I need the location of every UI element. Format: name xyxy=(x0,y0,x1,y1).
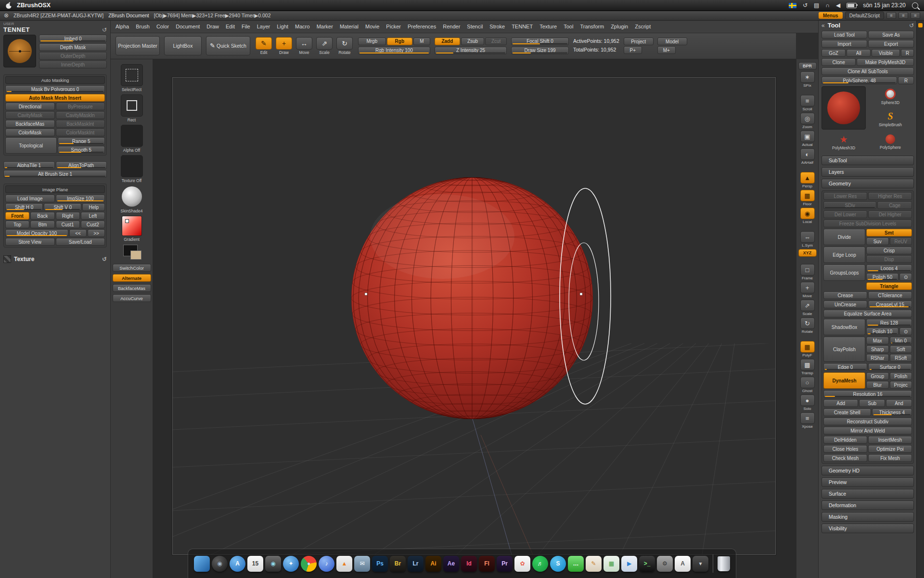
spotlight-search-icon[interactable] xyxy=(912,2,918,9)
range-5-slider[interactable]: Range 5 xyxy=(58,137,105,145)
max-button[interactable]: Max xyxy=(866,337,888,344)
menu-edit[interactable]: Edit xyxy=(223,23,238,30)
soft-button[interactable]: Soft xyxy=(890,345,912,353)
dock-chrome-icon[interactable]: ● xyxy=(301,556,317,572)
menu-zscript[interactable]: Zscript xyxy=(632,23,654,30)
smt-button[interactable]: Smt xyxy=(866,229,912,236)
mrgb-button[interactable]: Mrgb xyxy=(358,38,386,45)
shift-h-0-slider[interactable]: Shift H 0 xyxy=(5,203,43,211)
ui-config-slider-icon[interactable]: ≡ xyxy=(898,12,908,19)
model-button[interactable]: Model xyxy=(657,38,687,45)
mirror-and-weld-button[interactable]: Mirror And Weld xyxy=(823,427,912,434)
tool-r-button[interactable]: R xyxy=(901,49,914,57)
depth-mask-button[interactable]: Depth Mask xyxy=(39,43,107,51)
menu-document[interactable]: Document xyxy=(173,23,203,30)
ctolerance-button[interactable]: CTolerance xyxy=(868,291,912,299)
optimize-poi-button[interactable]: Optimize Poi xyxy=(868,445,912,453)
dock-safari-icon[interactable]: ✦ xyxy=(283,556,299,572)
time-machine-icon[interactable]: ↺ xyxy=(803,2,808,8)
tool-slot-polysphere[interactable]: PolySphere xyxy=(867,131,914,154)
back-button[interactable]: Back xyxy=(30,212,54,220)
check-mesh-button[interactable]: Check Mesh xyxy=(823,454,867,462)
equalize-surface-area-button[interactable]: Equalize Surface Area xyxy=(823,310,912,317)
model-plus-button[interactable]: M+ xyxy=(657,46,676,54)
active-app-name[interactable]: ZBrushOSX xyxy=(17,2,51,9)
accucurve-button[interactable]: AccuCurve xyxy=(113,294,151,302)
tool-palette-refresh-icon[interactable]: ↺ xyxy=(909,22,914,29)
color-picker-item[interactable]: Gradient xyxy=(122,216,142,242)
polyframe-button[interactable]: ▦PolyF xyxy=(797,341,818,357)
shadowbox-button[interactable]: ShadowBox xyxy=(823,319,865,335)
create-shell-button[interactable]: Create Shell xyxy=(823,408,871,416)
menu-texture[interactable]: Texture xyxy=(537,23,560,30)
dock-photos-icon[interactable]: ✿ xyxy=(514,556,530,572)
save-load-button[interactable]: Save/Load xyxy=(56,238,105,246)
model-opacity-100-slider[interactable]: Model Opacity 100 xyxy=(5,229,68,237)
import-button[interactable]: Import xyxy=(821,40,867,48)
section-surface[interactable]: Surface xyxy=(821,489,914,499)
image-plane-header[interactable]: Image Plane xyxy=(5,185,105,193)
blur-button[interactable]: Blur xyxy=(866,381,888,389)
menus-toggle-button[interactable]: Menus xyxy=(819,12,843,19)
dock-terminal-icon[interactable]: >_ xyxy=(639,556,655,572)
dock-bridge-icon[interactable]: Br xyxy=(390,556,406,572)
menu-material[interactable]: Material xyxy=(337,23,361,30)
loops-4-slider[interactable]: Loops 4 xyxy=(866,264,912,272)
section-subtool[interactable]: SubTool xyxy=(821,156,914,165)
rgb-button[interactable]: Rgb xyxy=(387,38,412,45)
lightbox-button[interactable]: LightBox xyxy=(164,36,202,55)
menu-zplugin[interactable]: Zplugin xyxy=(608,23,631,30)
claypolish-button[interactable]: ClayPolish xyxy=(823,337,865,362)
load-tool-button[interactable]: Load Tool xyxy=(821,31,867,39)
backfacemas-button[interactable]: BackfaceMas xyxy=(113,284,151,292)
frame-button[interactable]: □Frame xyxy=(797,264,818,280)
help-button[interactable]: Help xyxy=(82,203,105,211)
quick-sketch-button[interactable]: ✎Quick Sketch xyxy=(206,36,250,55)
switchcolor-button[interactable]: SwitchColor xyxy=(113,264,151,272)
directional-button[interactable]: Directional xyxy=(5,103,55,110)
dock-lightroom-icon[interactable]: Lr xyxy=(408,556,424,572)
dock-textedit-icon[interactable]: A xyxy=(675,556,691,572)
polish-loops-mode-toggle[interactable]: ⊙ xyxy=(899,273,912,281)
store-view-button[interactable]: Store View xyxy=(5,238,55,246)
dock-trash-icon[interactable] xyxy=(718,556,730,571)
edit-mode-button[interactable]: ✎Edit xyxy=(255,37,273,55)
local-symmetry-button[interactable]: ⇔L.Sym xyxy=(797,231,818,248)
rshar-button[interactable]: RShar xyxy=(866,354,888,362)
rotate-mode-button[interactable]: ↻Rotate xyxy=(335,37,354,55)
dock-photo-booth-icon[interactable]: ◉ xyxy=(265,556,281,572)
topological-button[interactable]: Topological xyxy=(5,137,57,154)
right-panel-scrollbar[interactable] xyxy=(916,20,924,578)
menu-alpha[interactable]: Alpha xyxy=(113,23,132,30)
m-button[interactable]: M xyxy=(413,38,430,45)
all-button[interactable]: All xyxy=(847,49,871,57)
polish-button[interactable]: Polish xyxy=(890,372,912,380)
dock-flash-icon[interactable]: Fl xyxy=(479,556,495,572)
palette-dock-arrow-icon[interactable]: « xyxy=(821,22,825,29)
edge-0-slider[interactable]: Edge 0 xyxy=(823,363,867,371)
menu-light[interactable]: Light xyxy=(274,23,291,30)
perspective-button[interactable]: ▲Persp xyxy=(797,172,818,188)
palette-refresh-icon[interactable]: ↺ xyxy=(102,26,107,33)
document-canvas[interactable] xyxy=(172,77,776,555)
and-button[interactable]: And xyxy=(886,399,912,407)
menu-macro[interactable]: Macro xyxy=(292,23,313,30)
btm-button[interactable]: Btm xyxy=(30,221,54,228)
min-0-slider[interactable]: Min 0 xyxy=(890,337,912,344)
dock-spotify-icon[interactable]: ♬ xyxy=(532,556,548,572)
colormask-button[interactable]: ColorMask xyxy=(5,129,55,136)
move-gizmo-button[interactable]: +Move xyxy=(797,282,818,298)
goz-button[interactable]: GoZ xyxy=(821,49,846,57)
apple-menu-icon[interactable] xyxy=(6,2,12,9)
section-deformation[interactable]: Deformation xyxy=(821,500,914,510)
clone-button[interactable]: Clone xyxy=(821,58,856,66)
dock-mail-icon[interactable]: ✉ xyxy=(354,556,370,572)
dock-indesign-icon[interactable]: Id xyxy=(461,556,477,572)
menu-stroke[interactable]: Stroke xyxy=(487,23,508,30)
scale-mode-button[interactable]: ⇗Scale xyxy=(315,37,334,55)
right-button[interactable]: Right xyxy=(56,212,80,220)
dock-messages-icon[interactable]: … xyxy=(568,556,584,572)
draw-size-199-slider[interactable]: Draw Size 199 xyxy=(511,47,569,54)
insertmesh-button[interactable]: InsertMesh xyxy=(868,436,912,444)
transparency-button[interactable]: ▩Transp xyxy=(797,359,818,375)
